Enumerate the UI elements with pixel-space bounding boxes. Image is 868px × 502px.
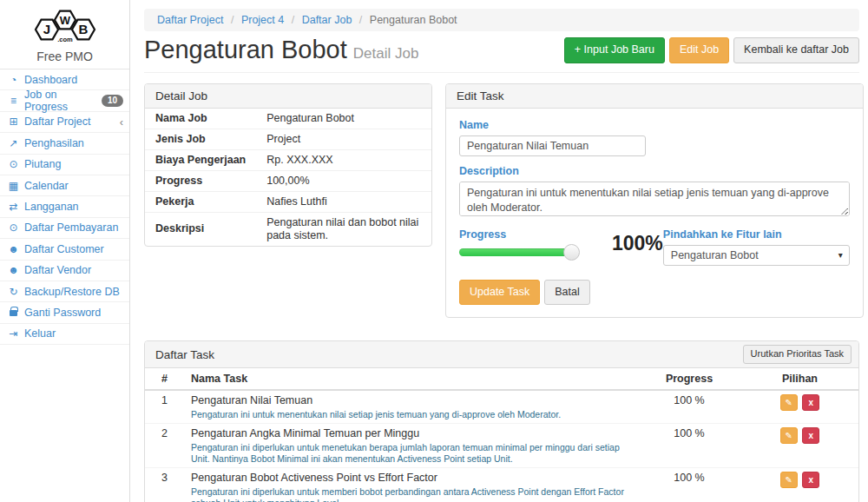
- progress-slider[interactable]: [459, 248, 572, 256]
- sidebar-item-daftar-pembayaran[interactable]: ⊙ Daftar Pembayaran: [0, 218, 129, 239]
- breadcrumb-daftar-job[interactable]: Daftar Job: [302, 14, 352, 26]
- money-icon: ⊙: [6, 158, 21, 170]
- x-icon: x: [808, 398, 813, 407]
- sidebar-item-ganti-password[interactable]: Ganti Password: [0, 302, 129, 323]
- logo-letter-b: B: [78, 22, 88, 36]
- breadcrumb-separator: /: [359, 14, 362, 26]
- table-row: Jenis Job Project: [145, 129, 431, 149]
- back-to-job-list-button[interactable]: Kembali ke daftar Job: [733, 37, 859, 63]
- breadcrumb-current: Pengaturan Bobot: [370, 14, 457, 26]
- sidebar-item-label: Penghasilan: [24, 137, 84, 149]
- update-task-button[interactable]: Update Task: [459, 280, 540, 306]
- detail-job-panel: Detail Job Nama Job Pengaturan Bobot Jen…: [144, 83, 432, 247]
- calendar-icon: ▦: [6, 180, 21, 192]
- page-subtitle: Detail Job: [353, 45, 419, 62]
- sidebar-item-daftar-project[interactable]: ⊞ Daftar Project ‹: [0, 112, 129, 133]
- slider-handle[interactable]: [563, 244, 580, 261]
- table-icon: ⊞: [6, 116, 21, 128]
- task-progress: 100 %: [637, 423, 741, 467]
- task-description: Pengaturan ini diperlukan untuk menetuka…: [191, 442, 630, 465]
- detail-value: Rp. XXX.XXX: [256, 149, 431, 170]
- task-num: 2: [145, 423, 184, 467]
- sidebar-item-label: Daftar Project: [24, 116, 90, 128]
- breadcrumb-project-4[interactable]: Project 4: [241, 14, 284, 26]
- sidebar-item-langganan[interactable]: ⇄ Langganan: [0, 196, 129, 217]
- logo-letter-j: J: [43, 22, 49, 36]
- panels-row: Detail Job Nama Job Pengaturan Bobot Jen…: [144, 83, 859, 319]
- jwb-logo-icon: J W B .com: [29, 6, 102, 44]
- sidebar-item-label: Daftar Pembayaran: [24, 221, 118, 234]
- sidebar-item-label: Keluar: [24, 327, 56, 340]
- edit-task-icon-button[interactable]: ✎: [780, 472, 798, 488]
- users-icon: ☻: [6, 243, 21, 255]
- breadcrumb-daftar-project[interactable]: Daftar Project: [157, 14, 223, 26]
- pencil-icon: ✎: [786, 398, 792, 407]
- logo-letter-w: W: [59, 14, 70, 27]
- sidebar-item-daftar-customer[interactable]: ☻ Daftar Customer: [0, 239, 129, 260]
- edit-task-icon-button[interactable]: ✎: [780, 427, 798, 444]
- sidebar-item-backup-restore[interactable]: ↻ Backup/Restore DB: [0, 281, 129, 302]
- delete-task-icon-button[interactable]: x: [802, 472, 819, 488]
- description-label: Description: [459, 165, 850, 177]
- brand-name: Free PMO: [0, 50, 129, 63]
- sidebar-item-calendar[interactable]: ▦ Calendar: [0, 175, 129, 196]
- task-description-textarea[interactable]: Pengaturan ini untuk menentukan nilai se…: [459, 182, 850, 216]
- task-actions: ✎ x: [741, 390, 858, 424]
- table-row: Pekerja Nafies Luthfi: [145, 191, 431, 212]
- job-count-badge: 10: [102, 95, 123, 107]
- column-header-num: #: [145, 368, 184, 390]
- task-cell: Pengaturan Nilai Temuan Pengaturan ini u…: [184, 390, 637, 424]
- task-progress: 100 %: [637, 390, 741, 424]
- cancel-button[interactable]: Batal: [544, 280, 590, 306]
- delete-task-icon-button[interactable]: x: [802, 394, 819, 411]
- task-progress: 100 %: [637, 467, 741, 502]
- task-actions: ✎ x: [741, 423, 858, 467]
- lock-icon: [6, 307, 21, 319]
- task-actions: ✎ x: [741, 467, 858, 502]
- sidebar-item-piutang[interactable]: ⊙ Piutang: [0, 155, 129, 175]
- column-header-actions: Pilihan: [741, 368, 858, 390]
- input-job-baru-button[interactable]: + Input Job Baru: [564, 37, 665, 63]
- page-title: Pengaturan BobotDetail Job: [144, 36, 418, 64]
- task-table-header-row: # Nama Task Progress Pilihan: [145, 368, 858, 390]
- sidebar-item-penghasilan[interactable]: ↗ Penghasilan: [0, 133, 129, 154]
- x-icon: x: [808, 431, 813, 440]
- table-row: Nama Job Pengaturan Bobot: [145, 109, 431, 129]
- sidebar-item-dashboard[interactable]: ◔ Dashboard: [0, 69, 129, 90]
- header-buttons: + Input Job Baru Edit Job Kembali ke daf…: [564, 37, 859, 63]
- sign-out-icon: ⇥: [6, 327, 21, 340]
- line-chart-icon: ↗: [6, 137, 21, 149]
- task-list-panel-title: Daftar Task: [155, 348, 214, 361]
- progress-label: Progress: [459, 228, 589, 241]
- sidebar-item-label: Backup/Restore DB: [24, 286, 120, 298]
- detail-label: Deskripsi: [145, 212, 256, 246]
- main-content: Daftar Project / Project 4 / Daftar Job …: [131, 0, 868, 502]
- detail-label: Progress: [145, 170, 256, 191]
- pencil-icon: ✎: [786, 475, 792, 485]
- sort-priority-button-top[interactable]: Urutkan Prioritas Task: [743, 345, 852, 363]
- detail-value: Project: [256, 129, 431, 149]
- edit-job-button[interactable]: Edit Job: [669, 37, 729, 63]
- tasks-icon: ≡: [6, 95, 21, 107]
- refresh-icon: ↻: [6, 286, 21, 298]
- money-icon: ⊙: [6, 221, 21, 234]
- page-header: Pengaturan BobotDetail Job + Input Job B…: [144, 36, 859, 73]
- move-feature-label: Pindahkan ke Fitur lain: [663, 228, 850, 241]
- task-name-input[interactable]: [459, 135, 646, 156]
- delete-task-icon-button[interactable]: x: [802, 427, 819, 444]
- move-feature-select[interactable]: Pengaturan Bobot ▾: [663, 245, 850, 266]
- sidebar-item-label: Langganan: [24, 201, 79, 213]
- sidebar-item-job-on-progress[interactable]: ≡ Job on Progress 10: [0, 90, 129, 111]
- sidebar-item-keluar[interactable]: ⇥ Keluar: [0, 324, 129, 345]
- progress-row: Progress 100% Pindahkan ke Fitur lain Pe…: [459, 228, 850, 266]
- users-icon: ☻: [6, 264, 21, 276]
- detail-label: Jenis Job: [145, 129, 256, 149]
- detail-value: Pengaturan nilai dan bobot nilai pada si…: [256, 212, 431, 246]
- resize-grip-icon[interactable]: [840, 208, 847, 215]
- column-header-name: Nama Task: [184, 368, 637, 390]
- edit-task-icon-button[interactable]: ✎: [780, 394, 798, 411]
- task-num: 1: [145, 390, 184, 424]
- progress-group: Progress 100%: [459, 228, 663, 256]
- sidebar-item-daftar-vendor[interactable]: ☻ Daftar Vendor: [0, 261, 129, 281]
- detail-label: Biaya Pengerjaan: [145, 149, 256, 170]
